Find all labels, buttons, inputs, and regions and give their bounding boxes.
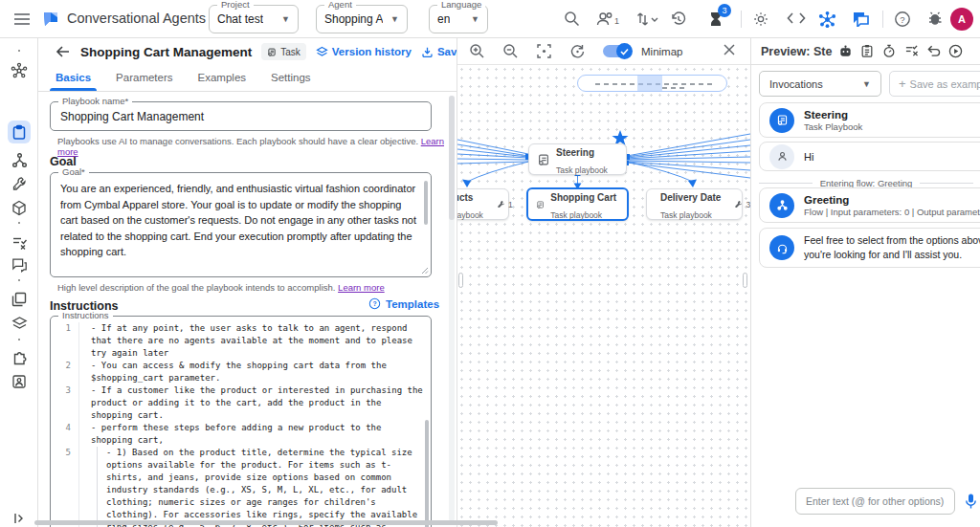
version-history-button[interactable]: Version history: [316, 46, 412, 58]
clear-list-icon[interactable]: [904, 44, 920, 59]
event-text: you're looking for and I'll assist you.: [804, 248, 980, 262]
instructions-scrollbar[interactable]: [425, 420, 429, 527]
node-title: Delivery Date: [660, 192, 721, 203]
robot-agent-icon[interactable]: [838, 44, 854, 59]
mic-icon[interactable]: [964, 493, 979, 510]
sidebar-item-playbooks-icon[interactable]: [8, 121, 31, 143]
node-products[interactable]: ProductsTask playbook 1: [457, 188, 509, 220]
clipboard-icon[interactable]: [860, 44, 876, 59]
goal-scrollbar[interactable]: [424, 181, 428, 225]
learn-more-link[interactable]: Learn more: [338, 282, 385, 293]
project-select[interactable]: Project Chat test ▼: [209, 5, 299, 33]
node-shopping-cart-management[interactable]: Shopping Cart ManageTask playbook: [526, 187, 629, 221]
collaborators-icon[interactable]: 1: [595, 11, 624, 28]
bug-report-icon[interactable]: [926, 11, 944, 28]
event-card-playbook[interactable]: SteeringTask Playbook: [759, 102, 980, 138]
search-icon[interactable]: [564, 11, 581, 28]
panel-scrollbar-track[interactable]: [449, 96, 455, 521]
event-card-user-message[interactable]: Hi: [759, 142, 980, 171]
event-subtitle: Task Playbook: [804, 121, 862, 132]
tab-settings[interactable]: Settings: [271, 72, 311, 91]
chat-input[interactable]: [795, 488, 955, 515]
sidebar-item-evaluations-icon[interactable]: [8, 231, 31, 253]
sidebar-item-versions-icon[interactable]: [8, 312, 31, 335]
undo-icon[interactable]: [926, 44, 942, 59]
agent-select-label: Agent: [324, 0, 356, 10]
app-root: Conversational Agents Project Chat test …: [0, 0, 980, 527]
sidebar-item-plugins-icon[interactable]: [8, 347, 31, 370]
invocations-select[interactable]: Invocations ▼: [759, 71, 881, 97]
sidebar-item-tools-icon[interactable]: [8, 172, 31, 195]
reset-view-icon[interactable]: [569, 43, 586, 59]
edges-layer: [457, 65, 750, 527]
minimap-toggle[interactable]: [603, 45, 632, 57]
tab-basics[interactable]: Basics: [56, 72, 91, 91]
agent-select[interactable]: Agent Shopping Assi... ▼: [316, 5, 408, 33]
goal-field[interactable]: Goal* You are an experienced, friendly, …: [50, 172, 432, 277]
avatar[interactable]: A: [950, 8, 973, 31]
tab-examples[interactable]: Examples: [198, 72, 247, 91]
event-card-flow[interactable]: GreetingFlow | Input parameters: 0 | Out…: [759, 187, 980, 223]
back-arrow-icon[interactable]: [56, 44, 71, 59]
sidebar-item-agent-settings-icon[interactable]: [8, 370, 31, 393]
resize-handle-icon[interactable]: [421, 267, 429, 274]
zoom-in-icon[interactable]: [469, 43, 485, 59]
settings-gear-icon[interactable]: [752, 11, 769, 28]
graph-tools-icon[interactable]: [818, 11, 835, 28]
invocations-select-value: Invocations: [769, 78, 823, 90]
sidebar-item-conversation-history-icon[interactable]: [8, 253, 31, 276]
node-title: Steering: [556, 147, 594, 158]
instructions-field[interactable]: Instructions 1- If at any point, the use…: [50, 316, 432, 527]
event-card-agent-message[interactable]: Feel free to select from the options abo…: [759, 228, 980, 268]
flow-canvas[interactable]: Minimap: [457, 38, 750, 527]
instructions-editor[interactable]: 1- If at any point, the user asks to tal…: [51, 322, 423, 527]
user-icon: [769, 144, 794, 169]
horizontal-scrollbar[interactable]: [34, 520, 498, 525]
history-icon[interactable]: [670, 11, 687, 28]
node-title: Shopping Cart Manage: [550, 192, 619, 203]
svg-text:?: ?: [900, 14, 904, 25]
center-focus-icon[interactable]: [536, 43, 552, 59]
instruction-line: 2- You can access & modify the shopping …: [51, 360, 423, 384]
playbook-icon: [537, 153, 550, 166]
stopwatch-icon[interactable]: [882, 44, 898, 59]
code-icon[interactable]: [786, 11, 807, 28]
playbook-name-field[interactable]: Playbook name* Shopping Cart Management: [50, 101, 432, 131]
panel-resize-handle[interactable]: [458, 273, 463, 288]
event-subtitle: Flow | Input parameters: 0 | Output para…: [804, 207, 980, 217]
run-play-icon[interactable]: [948, 44, 964, 59]
app-logo-icon: [40, 9, 61, 30]
event-text: Feel free to select from the options abo…: [804, 233, 980, 248]
playbook-tabs: Basics Parameters Examples Settings: [38, 65, 457, 92]
help-icon[interactable]: ?: [894, 11, 911, 28]
panel-resize-handle[interactable]: [743, 273, 747, 288]
sidebar-item-integrations-icon[interactable]: [8, 196, 31, 219]
language-select-value: en: [437, 12, 450, 26]
menu-icon[interactable]: [13, 11, 31, 29]
close-icon[interactable]: [723, 43, 739, 59]
preview-title: Preview: Ste: [761, 45, 832, 58]
instructions-label: Instructions: [58, 310, 113, 320]
node-subtitle: Task playbook: [550, 210, 602, 220]
left-navigation-rail: [0, 38, 38, 527]
templates-button[interactable]: ? Templates: [368, 297, 439, 310]
toggle-check-icon: [616, 43, 633, 59]
zoom-out-icon[interactable]: [502, 43, 519, 59]
sidebar-item-pages-icon[interactable]: [8, 288, 31, 311]
node-delivery-date[interactable]: Delivery DateTask playbook 3: [646, 188, 743, 220]
expand-panel-icon[interactable]: [8, 507, 31, 527]
sidebar-item-steering-hub-icon[interactable]: [8, 59, 31, 82]
event-title: Steering: [804, 109, 862, 121]
save-button[interactable]: Save: [421, 46, 457, 58]
event-text: Hi: [804, 151, 813, 163]
instruction-line: 3- If a customer like the product or int…: [51, 384, 423, 422]
sort-arrows-icon[interactable]: [635, 11, 659, 28]
tab-parameters[interactable]: Parameters: [116, 72, 172, 91]
language-select[interactable]: Language en ▼: [429, 5, 488, 33]
sidebar-item-flows-icon[interactable]: [8, 148, 31, 171]
node-subtitle: Task playbook: [660, 210, 712, 220]
node-steering[interactable]: SteeringTask playbook: [528, 143, 627, 175]
save-as-example-button[interactable]: + Save as example: [889, 71, 980, 97]
goal-label: Goal*: [58, 166, 89, 177]
chat-feedback-icon[interactable]: [852, 11, 869, 28]
